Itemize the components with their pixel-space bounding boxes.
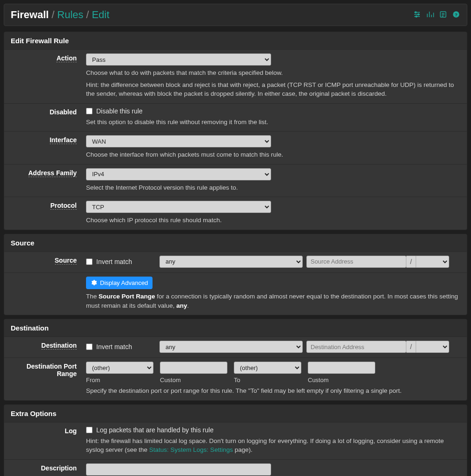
dest-address-input[interactable] — [306, 341, 406, 353]
panel-title-source: Source — [4, 234, 467, 252]
log-chk-label: Log packets that are handled by this rul… — [96, 426, 213, 434]
description-input[interactable] — [86, 463, 271, 476]
label-destination: Destination — [41, 342, 77, 350]
label-protocol: Protocol — [50, 202, 77, 210]
panel-extra: Extra Options Log Log packets that are h… — [4, 404, 467, 476]
dest-invert-checkbox[interactable] — [86, 344, 93, 350]
help-protocol: Choose which IP protocol this rule shoul… — [86, 216, 461, 225]
help-dest-port: Specify the destination port or port ran… — [86, 386, 461, 396]
breadcrumb: Firewall / Rules / Edit — [11, 9, 109, 21]
label-addrfam: Address Family — [28, 169, 77, 177]
dest-port-to-custom-label: Custom — [308, 377, 375, 383]
panel-destination: Destination Destination Invert match any… — [4, 319, 467, 401]
help-disabled: Set this option to disable this rule wit… — [86, 118, 461, 127]
svg-text:?: ? — [455, 12, 458, 17]
gear-icon — [91, 279, 97, 286]
label-dest-port-range: Destination Port Range — [27, 363, 77, 377]
source-address-input[interactable] — [306, 256, 406, 268]
breadcrumb-firewall: Firewall — [11, 9, 49, 21]
dest-port-from-custom-label: Custom — [160, 377, 227, 383]
label-log: Log — [65, 427, 77, 435]
dest-port-from-custom[interactable] — [160, 362, 227, 374]
dest-mask-select[interactable] — [416, 341, 449, 353]
chart-icon[interactable] — [426, 10, 434, 20]
log-icon[interactable] — [439, 10, 447, 20]
dest-port-from-label: From — [86, 377, 153, 383]
source-invert-label: Invert match — [96, 258, 132, 265]
syslog-settings-link[interactable]: Status: System Logs: Settings — [149, 446, 233, 453]
help-interface: Choose the interface from which packets … — [86, 150, 461, 159]
action-select[interactable]: Pass — [86, 53, 271, 66]
label-action: Action — [56, 54, 77, 62]
breadcrumb-rules[interactable]: Rules — [57, 9, 83, 21]
help-log: Hint: the firewall has limited local log… — [86, 436, 461, 455]
help-icon[interactable]: ? — [452, 10, 460, 20]
help-addrfam: Select the Internet Protocol version thi… — [86, 183, 461, 192]
source-invert-checkbox[interactable] — [86, 258, 93, 265]
dest-type-select[interactable]: any — [159, 341, 303, 353]
help-source-port: The Source Port Range for a connection i… — [86, 292, 461, 310]
panel-source: Source Source Invert match any / — [4, 234, 467, 315]
source-display-advanced-button[interactable]: Display Advanced — [86, 277, 153, 289]
label-description: Description — [41, 464, 77, 472]
label-source: Source — [55, 257, 77, 264]
dest-invert-label: Invert match — [96, 343, 132, 350]
dest-port-to-custom[interactable] — [308, 362, 375, 374]
label-interface: Interface — [50, 136, 77, 144]
addrfam-select[interactable]: IPv4 — [86, 168, 271, 180]
log-checkbox[interactable] — [86, 427, 93, 433]
panel-title-edit-rule: Edit Firewall Rule — [4, 32, 467, 50]
dest-port-to-label: To — [234, 377, 301, 383]
breadcrumb-edit[interactable]: Edit — [92, 9, 109, 21]
page-header: Firewall / Rules / Edit ? — [4, 4, 467, 26]
panel-title-extra: Extra Options — [4, 405, 467, 423]
label-disabled: Disabled — [50, 108, 77, 116]
source-mask-slash: / — [406, 256, 416, 268]
dest-mask-slash: / — [406, 341, 416, 353]
disabled-checkbox[interactable] — [86, 108, 93, 114]
protocol-select[interactable]: TCP — [86, 201, 271, 213]
source-mask-select[interactable] — [416, 256, 449, 268]
panel-title-destination: Destination — [4, 319, 467, 337]
source-type-select[interactable]: any — [159, 256, 303, 268]
help-action-2: Hint: the difference between block and r… — [86, 80, 461, 99]
interface-select[interactable]: WAN — [86, 135, 271, 147]
sliders-icon[interactable] — [413, 10, 421, 20]
panel-edit-rule: Edit Firewall Rule Action Pass Choose wh… — [4, 32, 467, 230]
disabled-chk-label: Disable this rule — [96, 107, 143, 115]
dest-port-from-select[interactable]: (other) — [86, 362, 153, 374]
dest-port-to-select[interactable]: (other) — [234, 362, 301, 374]
help-action-1: Choose what to do with packets that matc… — [86, 68, 461, 78]
